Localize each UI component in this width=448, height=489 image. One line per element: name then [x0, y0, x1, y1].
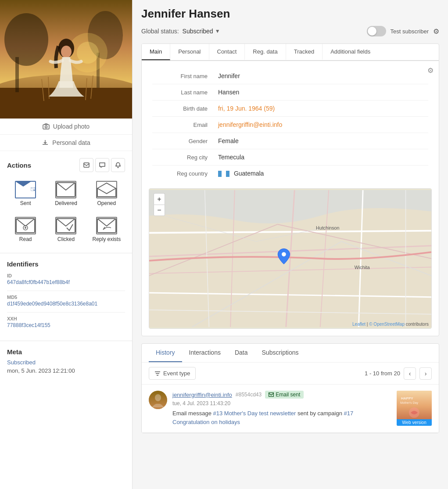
history-body: jennifergriffin@einti.info #8554cd43 Ema… — [172, 391, 391, 426]
history-header: jennifergriffin@einti.info #8554cd43 Ema… — [172, 391, 391, 399]
main-content: Jennifer Hansen Global status: Subscribe… — [133, 0, 448, 489]
campaign-link[interactable]: #13 Mother's Day test newsletter — [213, 410, 296, 417]
actions-header: Actions — [7, 158, 125, 172]
id-divider — [7, 291, 125, 291]
svg-point-16 — [45, 126, 47, 128]
status-dropdown[interactable]: Subscribed ▼ — [183, 28, 220, 35]
map-attribution: Leaflet | © OpenStreetMap contributors — [352, 322, 429, 327]
first-name-label: First name — [152, 73, 218, 79]
upload-photo-button[interactable]: Upload photo — [0, 119, 132, 135]
delivered-envelope-svg — [56, 182, 75, 197]
next-page-button[interactable]: › — [419, 367, 432, 380]
svg-rect-15 — [43, 125, 49, 129]
tab-interactions[interactable]: Interactions — [182, 344, 228, 362]
meta-status: Subscribed — [7, 359, 125, 366]
tab-history[interactable]: History — [149, 344, 182, 362]
actions-title: Actions — [7, 162, 31, 169]
tab-data[interactable]: Data — [228, 344, 255, 362]
tab-additional-fields[interactable]: Additional fields — [323, 44, 378, 60]
profile-settings-icon[interactable]: ⚙ — [427, 66, 434, 75]
web-version-badge[interactable]: Web version — [397, 419, 432, 426]
svg-point-10 — [61, 46, 72, 58]
sent-label: Sent — [20, 200, 31, 206]
history-email[interactable]: jennifergriffin@einti.info — [172, 392, 232, 398]
clicked-envelope-svg — [56, 218, 75, 233]
delivered-icon-box — [55, 181, 76, 198]
gender-value: Female — [218, 137, 239, 144]
svg-rect-5 — [15, 57, 19, 92]
delivered-action-item: Delivered — [47, 177, 84, 210]
download-icon — [42, 139, 49, 146]
global-status-left: Global status: Subscribed ▼ — [141, 28, 220, 35]
action-grid: Sent Delivered — [7, 177, 125, 246]
actions-icon-group — [79, 158, 125, 172]
last-name-label: Last name — [152, 89, 218, 96]
tab-main[interactable]: Main — [142, 44, 170, 60]
sent-envelope-svg — [31, 182, 35, 197]
tab-contact[interactable]: Contact — [209, 44, 245, 60]
bell-action-button[interactable] — [111, 158, 125, 172]
thumb-svg: HAPPY Mother's Day — [397, 391, 432, 421]
reply-envelope-svg — [97, 218, 116, 233]
gender-label: Gender — [152, 138, 218, 144]
history-hash: #8554cd43 — [236, 392, 262, 398]
history-item: jennifergriffin@einti.info #8554cd43 Ema… — [142, 385, 439, 433]
opened-label: Opened — [97, 200, 116, 206]
gender-row: Gender Female — [152, 133, 428, 149]
svg-point-3 — [4, 13, 48, 66]
map-zoom-in-button[interactable]: + — [154, 193, 165, 205]
delivered-label: Delivered — [55, 200, 77, 206]
photo-svg — [0, 0, 132, 119]
tab-reg-data[interactable]: Reg. data — [245, 44, 286, 60]
map-background: Hutchinson Wichita — [149, 189, 431, 328]
tab-subscriptions[interactable]: Subscriptions — [255, 344, 306, 362]
global-status-label: Global status: — [141, 28, 179, 35]
svg-rect-17 — [84, 163, 89, 167]
md5-key: MD5 — [7, 295, 125, 300]
email-sent-badge-label: Email sent — [276, 392, 300, 398]
bell-icon — [115, 162, 121, 168]
personal-data-button[interactable]: Personal data — [0, 135, 132, 151]
osm-link[interactable]: © OpenStreetMap — [369, 322, 405, 327]
history-date: tue, 4 Jul. 2023 11:43:20 — [172, 400, 391, 406]
svg-point-46 — [282, 252, 286, 257]
event-type-filter-button[interactable]: Event type — [149, 367, 196, 380]
tab-personal[interactable]: Personal — [170, 44, 209, 60]
birth-date-row: Birth date fri, 19 Jun. 1964 (59) — [152, 101, 428, 117]
test-subscriber-label: Test subscriber — [391, 28, 429, 35]
birth-date-value: fri, 19 Jun. 1964 (59) — [218, 105, 275, 112]
flag-icon — [218, 171, 229, 177]
email-action-button[interactable] — [79, 158, 93, 172]
meta-title: Meta — [7, 348, 125, 356]
reply-icon-box — [96, 217, 117, 234]
pagination-info: 1 - 10 from 20 ‹ › — [365, 367, 432, 380]
svg-point-23 — [25, 227, 26, 229]
status-value: Subscribed — [183, 28, 213, 35]
svg-text:Mother's Day: Mother's Day — [400, 401, 419, 405]
opened-action-item: Opened — [88, 177, 125, 210]
settings-gear-icon[interactable]: ⚙ — [433, 27, 439, 36]
reg-country-value: Guatemala — [218, 170, 264, 177]
xxh-key: XXH — [7, 316, 125, 321]
first-name-row: First name Jennifer — [152, 68, 428, 84]
map-zoom-out-button[interactable]: − — [154, 205, 165, 216]
envelope-badge-icon — [269, 392, 274, 397]
read-icon-box — [15, 217, 36, 234]
prev-page-button[interactable]: ‹ — [404, 367, 416, 380]
history-text-mid: sent by campaign — [296, 410, 344, 417]
read-envelope-svg — [16, 218, 35, 233]
map-zoom-controls: + − — [154, 193, 165, 216]
sent-action-item: Sent — [7, 177, 44, 210]
test-subscriber-toggle[interactable] — [367, 26, 386, 36]
tab-tracked[interactable]: Tracked — [286, 44, 323, 60]
opened-envelope-svg — [97, 182, 116, 197]
leaflet-link[interactable]: Leaflet — [352, 322, 366, 327]
birth-date-label: Birth date — [152, 105, 218, 112]
email-sent-badge: Email sent — [265, 391, 304, 399]
opened-icon-box — [96, 181, 117, 198]
map-area: Hutchinson Wichita + − Leaflet — [149, 188, 432, 329]
svg-text:Wichita: Wichita — [355, 265, 370, 270]
sidebar: Upload photo Personal data Actions — [0, 0, 133, 489]
chat-action-button[interactable] — [95, 158, 109, 172]
xxh-item: XXH 77888f3cec14f155 — [7, 316, 125, 328]
